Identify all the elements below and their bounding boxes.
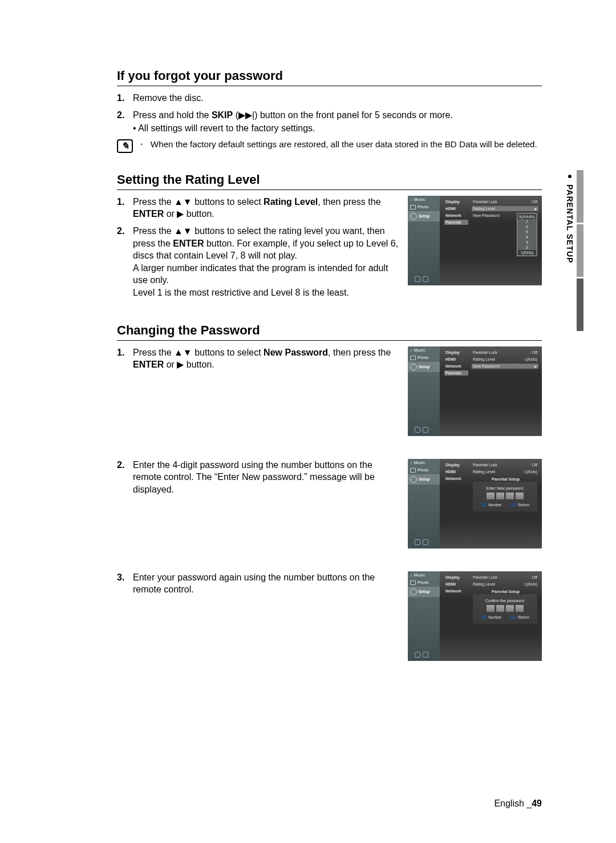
music-icon: ♪ xyxy=(410,573,412,577)
osd-menu-item: HDMI xyxy=(444,582,468,587)
page-number: 49 xyxy=(532,798,542,808)
section-title: Changing the Password xyxy=(117,323,542,341)
step-text: Remove the disc. xyxy=(133,92,542,104)
osd-modal-title: Parental Setup xyxy=(475,477,536,481)
return-key-icon xyxy=(510,503,516,507)
osd-modal: Enter New password. Number Return xyxy=(473,482,537,511)
osd-modal: Confirm the password. Number Return xyxy=(473,594,537,624)
sub-bullet: • All settings will revert to the factor… xyxy=(133,122,542,135)
footer-language: English _ xyxy=(494,798,532,808)
osd-menu-item: Display xyxy=(444,350,468,355)
osd-enter-password-screenshot: ♪Music Photo Setup Display HDMI Network xyxy=(408,459,542,548)
step-number: 2. xyxy=(117,109,127,135)
gear-icon xyxy=(410,213,417,220)
osd-menu-item: HDMI xyxy=(444,469,468,474)
side-tab-text: PARENTAL SETUP xyxy=(565,184,574,263)
dock-icons xyxy=(415,652,428,658)
osd-menu-item: Network xyxy=(444,213,468,218)
osd-menu-item: Network xyxy=(444,476,468,481)
osd-new-password-screenshot: ♪Music Photo Setup Display HDMI Network … xyxy=(408,346,542,436)
photo-icon xyxy=(410,205,416,209)
step-number: 1. xyxy=(117,92,127,104)
side-tab-label: ● PARENTAL SETUP xyxy=(565,171,574,263)
osd-modal-message: Confirm the password. xyxy=(475,599,535,603)
bullet-icon: ▪ xyxy=(141,142,143,147)
osd-rating-dropdown: 8(Adults) 7 6 5 4 3 2 1(Kids) xyxy=(517,213,537,256)
osd-menu-item: Display xyxy=(444,462,468,467)
number-key-icon xyxy=(481,615,487,619)
osd-menu-item: Network xyxy=(444,588,468,594)
osd-menu-item: Network xyxy=(444,364,468,369)
step-text: Press the ▲▼ buttons to select New Passw… xyxy=(133,346,400,371)
password-boxes xyxy=(475,605,535,612)
section-forgot-password: If you forgot your password 1. Remove th… xyxy=(117,68,542,153)
number-key-icon xyxy=(481,503,487,507)
photo-icon xyxy=(410,468,416,473)
step-text: Press the ▲▼ buttons to select Rating Le… xyxy=(133,196,400,220)
osd-menu-item: HDMI xyxy=(444,206,468,211)
skip-icon: ▶▶| xyxy=(238,110,254,120)
step-number: 1. xyxy=(117,346,127,371)
step-text: Press and hold the SKIP (▶▶|) button on … xyxy=(133,109,542,135)
osd-menu-item: Parental xyxy=(444,370,468,376)
password-boxes xyxy=(475,493,535,499)
music-icon: ♪ xyxy=(410,461,412,465)
step-text: Press the ▲▼ buttons to select the ratin… xyxy=(133,225,400,299)
note-row: ✎ ▪ When the factory default settings ar… xyxy=(117,139,542,153)
osd-rating-screenshot: ♪Music Photo Setup Display HDMI Network … xyxy=(408,196,542,285)
osd-modal-message: Enter New password. xyxy=(475,486,535,490)
dock-icons xyxy=(415,539,428,545)
step-number: 3. xyxy=(117,571,127,596)
section-title: If you forgot your password xyxy=(117,68,542,86)
step-number: 2. xyxy=(117,459,127,496)
step-number: 2. xyxy=(117,225,127,299)
step-text: Enter the 4-digit password using the num… xyxy=(133,459,400,496)
photo-icon xyxy=(410,356,416,360)
gear-icon xyxy=(410,364,417,370)
gear-icon xyxy=(410,476,417,483)
osd-menu-item: Parental xyxy=(444,220,468,225)
osd-modal-title: Parental Setup xyxy=(475,590,536,594)
photo-icon xyxy=(410,580,416,585)
osd-menu-item: HDMI xyxy=(444,357,468,362)
osd-menu-item: Display xyxy=(444,575,468,580)
step-text: Enter your password again using the numb… xyxy=(133,571,400,596)
note-text: When the factory default settings are re… xyxy=(151,139,537,149)
gear-icon xyxy=(410,588,417,595)
page-footer: English _49 xyxy=(494,798,542,809)
section-changing-password: Changing the Password 1. Press the ▲▼ bu… xyxy=(117,323,542,669)
dock-icons xyxy=(415,276,428,282)
bullet-icon: ● xyxy=(565,171,574,181)
dock-icons xyxy=(415,427,428,433)
step-number: 1. xyxy=(117,196,127,220)
section-rating-level: Setting the Rating Level 1. Press the ▲▼… xyxy=(117,172,542,304)
section-title: Setting the Rating Level xyxy=(117,172,542,190)
music-icon: ♪ xyxy=(410,348,412,352)
return-key-icon xyxy=(510,615,516,619)
osd-confirm-password-screenshot: ♪Music Photo Setup Display HDMI Network xyxy=(408,571,542,661)
music-icon: ♪ xyxy=(410,197,412,201)
side-index-bars xyxy=(577,170,585,331)
osd-menu-item: Display xyxy=(444,199,468,204)
note-icon: ✎ xyxy=(117,139,133,153)
